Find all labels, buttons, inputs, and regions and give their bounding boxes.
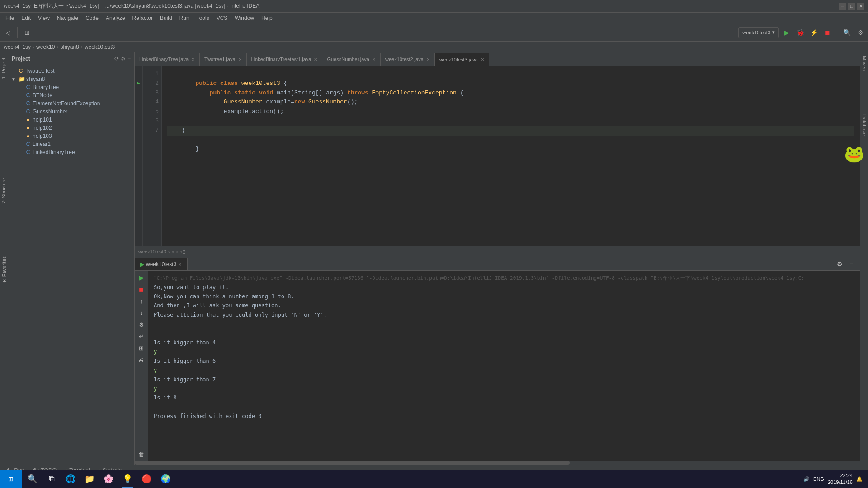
run-scroll-down-button[interactable]: ↓ — [137, 308, 146, 318]
right-tab-database[interactable]: Database — [860, 111, 868, 139]
line-num-2: 2 — [146, 79, 159, 89]
taskbar-edge[interactable]: 🌐 — [61, 470, 80, 488]
tab-close-week10test3[interactable]: ✕ — [481, 57, 484, 62]
code-line-5: } — [167, 126, 854, 136]
breadcrumb-project[interactable]: week4_1sy — [4, 44, 31, 50]
menu-edit[interactable]: Edit — [18, 14, 34, 22]
menu-window[interactable]: Window — [231, 14, 258, 22]
window-controls[interactable]: ─ □ ✕ — [839, 3, 864, 10]
menu-tools[interactable]: Tools — [193, 14, 213, 22]
stop-button[interactable]: ◼ — [821, 27, 833, 38]
search-button[interactable]: 🔍 — [841, 27, 853, 38]
left-tab-structure[interactable]: 2: Structure — [0, 174, 8, 207]
project-settings-icon[interactable]: ⚙ — [121, 56, 126, 62]
left-tab-favorites[interactable]: ★ Favorites — [0, 253, 8, 287]
tab-close-guessnumber[interactable]: ✕ — [372, 57, 376, 62]
code-content[interactable]: public class week10test3 { public static… — [162, 66, 860, 246]
settings-button[interactable]: ⚙ — [854, 27, 866, 38]
run-clear-button[interactable]: 🗑 — [137, 449, 146, 459]
taskbar-explorer[interactable]: 📁 — [80, 470, 99, 488]
code-breadcrumb-method[interactable]: main() — [171, 249, 185, 254]
tab-linkedbinarytreetest1[interactable]: LinkedBinaryTreetest1.java ✕ — [247, 53, 323, 66]
tree-item-twotreetest[interactable]: C TwotreeTest — [8, 67, 134, 75]
scrollbar-thumb[interactable] — [135, 461, 570, 465]
tab-guessnumber[interactable]: GuessNumber.java ✕ — [322, 53, 381, 66]
breadcrumb-week10[interactable]: week10 — [36, 44, 55, 50]
code-line-1: public class week10test3 { — [195, 80, 287, 87]
tab-close-twotree1[interactable]: ✕ — [238, 57, 242, 62]
tree-item-binarytree[interactable]: C BinaryTree — [8, 83, 134, 91]
run-stop-button[interactable]: ◼ — [137, 284, 146, 294]
tree-item-linkedbinarytree[interactable]: C LinkedBinaryTree — [8, 148, 134, 156]
taskbar-chrome[interactable]: 🌍 — [156, 470, 175, 488]
run-tab-close[interactable]: ✕ — [178, 262, 182, 267]
menu-navigate[interactable]: Navigate — [53, 14, 82, 22]
tree-item-shiyan8[interactable]: ▼ 📁 shiyan8 — [8, 75, 134, 83]
run-print-button[interactable]: 🖨 — [137, 355, 146, 365]
tree-item-btnode[interactable]: C BTNode — [8, 91, 134, 99]
taskbar-app1[interactable]: 🌸 — [99, 470, 118, 488]
taskbar-taskview[interactable]: ⧉ — [42, 470, 61, 488]
scrollbar-track[interactable] — [135, 461, 860, 465]
tab-twotree1[interactable]: Twotree1.java ✕ — [200, 53, 246, 66]
menu-help[interactable]: Help — [258, 14, 276, 22]
gutter-run-arrow[interactable]: ▶ — [137, 79, 140, 89]
run-filter-button[interactable]: ⚙ — [137, 319, 146, 329]
menu-build[interactable]: Build — [156, 14, 176, 22]
menu-view[interactable]: View — [34, 14, 53, 22]
run-expand-button[interactable]: ⊞ — [137, 343, 146, 353]
debug-button[interactable]: 🐞 — [794, 27, 806, 38]
run-restart-button[interactable]: ▶ — [137, 272, 146, 282]
tree-item-help102[interactable]: ● help102 — [8, 124, 134, 132]
main-layout: 1: Project 2: Structure ★ Favorites Proj… — [0, 52, 868, 465]
tab-linkedbinarytree[interactable]: LinkedBinaryTree.java ✕ — [135, 53, 200, 66]
right-tab-maven[interactable]: Maven — [860, 52, 868, 75]
run-config-selector[interactable]: week10test3 ▾ — [738, 27, 779, 38]
run-scroll-up-button[interactable]: ↑ — [137, 296, 146, 306]
menu-vcs[interactable]: VCS — [213, 14, 231, 22]
tree-item-guessnumber[interactable]: C GuessNumber — [8, 108, 134, 116]
minimize-button[interactable]: ─ — [839, 3, 846, 10]
toolbar: ◁ ⊞ week10test3 ▾ ▶ 🐞 ⚡ ◼ 🔍 ⚙ — [0, 23, 868, 42]
gutter-line5 — [137, 107, 140, 117]
menu-analyze[interactable]: Analyze — [102, 14, 129, 22]
taskbar-app2[interactable]: 🔴 — [137, 470, 156, 488]
close-button[interactable]: ✕ — [857, 3, 864, 10]
code-gutter: ▶ — [135, 66, 143, 246]
tab-close-week10test2[interactable]: ✕ — [426, 57, 430, 62]
taskbar-notification[interactable]: 🔔 — [856, 476, 863, 482]
left-tab-1[interactable]: 1: Project — [0, 52, 8, 84]
run-button[interactable]: ▶ — [781, 27, 793, 38]
menu-refactor[interactable]: Refactor — [129, 14, 156, 22]
menu-code[interactable]: Code — [82, 14, 102, 22]
run-tab-week10test3[interactable]: ▶ week10test3 ✕ — [135, 258, 188, 270]
run-settings-button[interactable]: ⚙ — [835, 259, 844, 269]
tab-close-linkedbinarytree[interactable]: ✕ — [191, 57, 195, 62]
project-collapse-icon[interactable]: − — [127, 56, 131, 62]
tab-week10test2[interactable]: week10test2.java ✕ — [381, 53, 435, 66]
project-sync-icon[interactable]: ⟳ — [114, 56, 119, 62]
tab-close-linkedbinarytreetest1[interactable]: ✕ — [314, 57, 317, 62]
breadcrumb-shiyan8[interactable]: shiyan8 — [60, 44, 79, 50]
taskbar-lang[interactable]: ENG — [813, 476, 824, 482]
code-breadcrumb-class[interactable]: week10test3 — [138, 249, 166, 254]
tree-item-help103[interactable]: ● help103 — [8, 132, 134, 140]
breadcrumb-file[interactable]: week10test3 — [85, 44, 115, 50]
maximize-button[interactable]: □ — [848, 3, 855, 10]
start-button[interactable]: ⊞ — [0, 470, 22, 488]
taskbar-search[interactable]: 🔍 — [24, 470, 42, 488]
tree-item-element[interactable]: C ElementNotFoundException — [8, 99, 134, 108]
tree-item-help101[interactable]: ● help101 — [8, 116, 134, 124]
menu-run[interactable]: Run — [176, 14, 193, 22]
run-softwrap-button[interactable]: ↵ — [137, 331, 146, 341]
menu-file[interactable]: File — [2, 14, 18, 22]
tab-week10test3[interactable]: week10test3.java ✕ — [435, 53, 489, 66]
run-minimize-button[interactable]: − — [846, 259, 856, 269]
back-button[interactable]: ◁ — [2, 27, 14, 38]
run-with-coverage[interactable]: ⚡ — [808, 27, 820, 38]
run-line-answer: Is it 8 — [154, 393, 854, 402]
project-structure-button[interactable]: ⊞ — [21, 27, 33, 38]
breadcrumb: week4_1sy › week10 › shiyan8 › week10tes… — [0, 42, 868, 52]
tree-item-linear1[interactable]: C Linear1 — [8, 140, 134, 148]
taskbar-intellij[interactable]: 💡 — [118, 470, 137, 488]
